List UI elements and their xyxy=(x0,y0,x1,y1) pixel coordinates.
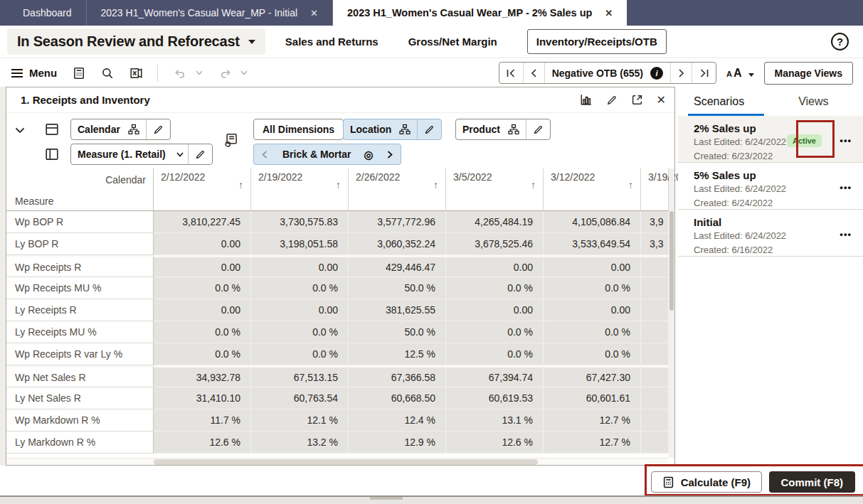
info-icon[interactable]: i xyxy=(650,67,663,80)
grid-cell[interactable]: 0.0 % xyxy=(154,321,251,343)
grid-cell[interactable]: 0.0 % xyxy=(154,343,251,365)
grid-cell[interactable]: 0.00 xyxy=(446,255,544,277)
grid-cell[interactable]: 13.1 % xyxy=(446,409,544,431)
sort-ascending-icon[interactable]: ↑ xyxy=(238,179,243,191)
grid-cell[interactable]: 12.7 % xyxy=(544,409,641,431)
grid-cell[interactable]: 12.4 % xyxy=(349,409,446,431)
grid-cell[interactable]: 13.2 % xyxy=(251,431,349,454)
grid-cell[interactable]: 0.00 xyxy=(154,233,251,255)
grid-cell[interactable]: 12.6 % xyxy=(446,431,544,454)
grid-cell[interactable]: 50.0 % xyxy=(349,277,446,299)
measure-row-label[interactable]: Wp Net Sales R xyxy=(6,365,154,387)
undo-options-chevron-icon[interactable] xyxy=(196,70,203,75)
measure-row-label[interactable]: Ly Markdown R % xyxy=(6,431,154,454)
measure-row-label[interactable]: Wp BOP R xyxy=(6,211,154,233)
grid-cell[interactable]: 0.0 % xyxy=(446,343,544,365)
measure-row-label[interactable]: Wp Markdown R % xyxy=(6,409,154,431)
tab-plan-initial[interactable]: 2023 H1_Women's Casual Wear_MP - Initial… xyxy=(86,0,334,26)
grid-cell[interactable]: 0.0 % xyxy=(251,277,349,299)
grid-cell[interactable]: 60,763.54 xyxy=(251,387,349,409)
grid-cell[interactable]: 3,533,649.54 xyxy=(544,233,641,255)
chart-icon[interactable] xyxy=(580,94,593,106)
tab-plan-2pct-sales-up[interactable]: 2023 H1_Women's Casual Wear_MP - 2% Sale… xyxy=(333,0,627,26)
grid-cell[interactable]: 4,105,086.84 xyxy=(544,211,641,233)
grid-cell[interactable]: 50.0 % xyxy=(349,321,446,343)
grid-cell[interactable]: 31,410.10 xyxy=(154,387,251,409)
excel-export-icon[interactable] xyxy=(129,67,143,80)
measure-row-label[interactable]: Wp Receipts MU % xyxy=(6,277,154,299)
grid-cell[interactable] xyxy=(641,431,669,454)
grid-cell[interactable]: 0.0 % xyxy=(544,343,641,365)
calculate-button[interactable]: Calculate (F9) xyxy=(651,471,762,493)
grid-cell[interactable] xyxy=(641,365,669,387)
grid-cell[interactable]: 67,394.74 xyxy=(446,365,544,387)
edit-view-icon[interactable] xyxy=(606,95,618,106)
next-alert-icon[interactable] xyxy=(671,63,692,83)
location-dimension-tile[interactable]: Location xyxy=(343,119,442,140)
grid-cell[interactable]: 11.7 % xyxy=(154,409,251,431)
grid-cell[interactable] xyxy=(641,299,669,321)
measure-row-label[interactable]: Ly Net Sales R xyxy=(6,387,154,409)
search-icon[interactable] xyxy=(101,67,114,80)
scenario-card-5pct-sales-up[interactable]: 5% Sales up Last Edited: 6/24/2022 Creat… xyxy=(678,163,863,210)
column-header-3-19-20[interactable]: 3/19/20 xyxy=(641,168,669,191)
edit-icon[interactable] xyxy=(418,119,441,139)
grid-cell[interactable]: 34,932.78 xyxy=(154,365,251,387)
grid-cell[interactable]: 3,060,352.24 xyxy=(349,233,446,255)
grid-cell[interactable]: 3,9 xyxy=(641,211,669,233)
grid-cell[interactable]: 0.0 % xyxy=(544,321,641,343)
next-slice-icon[interactable] xyxy=(379,144,401,164)
edit-icon[interactable] xyxy=(526,119,550,139)
first-alert-icon[interactable] xyxy=(499,63,524,83)
grid-cell[interactable]: 429,446.47 xyxy=(349,255,446,277)
tab-views[interactable]: Views xyxy=(798,95,828,108)
grid-cell[interactable]: 60,601.61 xyxy=(544,387,641,409)
calculate-icon[interactable] xyxy=(73,67,85,80)
grid-cell[interactable]: 0.0 % xyxy=(446,321,544,343)
tab-scenarios[interactable]: Scenarios xyxy=(694,95,744,108)
target-icon[interactable]: ◎ xyxy=(358,144,378,164)
grid-cell[interactable]: 0.00 xyxy=(544,299,641,321)
tab-sales-and-returns[interactable]: Sales and Returns xyxy=(285,36,378,48)
grid-cell[interactable] xyxy=(641,321,669,343)
measure-row-label[interactable]: Ly Receipts R xyxy=(6,299,154,321)
sort-ascending-icon[interactable]: ↑ xyxy=(433,179,438,191)
commit-button[interactable]: Commit (F8) xyxy=(769,471,856,493)
measure-row-label[interactable]: Wp Receipts R xyxy=(6,255,154,277)
grid-cell[interactable]: 60,619.53 xyxy=(446,387,544,409)
grid-cell[interactable]: 381,625.55 xyxy=(349,299,446,321)
close-icon[interactable]: ✕ xyxy=(605,8,613,18)
grid-cell[interactable]: 0.00 xyxy=(446,299,544,321)
grid-cell[interactable]: 3,678,525.46 xyxy=(446,233,544,255)
grid-cell[interactable] xyxy=(641,409,669,431)
last-alert-icon[interactable] xyxy=(692,63,716,83)
column-header-3-12-2022[interactable]: 3/12/2022↑ xyxy=(544,168,641,191)
grid-cell[interactable] xyxy=(641,277,669,299)
grid-vertical-scrollbar[interactable] xyxy=(669,168,674,458)
grid-cell[interactable] xyxy=(641,343,669,365)
help-icon[interactable]: ? xyxy=(831,33,849,50)
grid-cell[interactable]: 0.00 xyxy=(251,299,349,321)
manage-views-button[interactable]: Manage Views xyxy=(764,62,853,85)
grid-cell[interactable]: 0.0 % xyxy=(251,321,349,343)
grid-cell[interactable] xyxy=(641,387,669,409)
grid-cell[interactable]: 67,366.58 xyxy=(349,365,446,387)
close-icon[interactable]: ✕ xyxy=(310,8,318,18)
grid-horizontal-scrollbar[interactable] xyxy=(6,458,669,465)
grid-cell[interactable]: 3,577,772.96 xyxy=(349,211,446,233)
scenario-card-initial[interactable]: Initial Last Edited: 6/24/2022 Created: … xyxy=(678,210,863,257)
column-header-2-12-2022[interactable]: 2/12/2022↑ xyxy=(154,168,251,191)
grid-cell[interactable]: 67,513.15 xyxy=(251,365,349,387)
grid-cell[interactable]: 0.00 xyxy=(544,255,641,277)
grid-cell[interactable]: 0.0 % xyxy=(446,277,544,299)
grid-cell[interactable]: 0.00 xyxy=(154,299,251,321)
edit-icon[interactable] xyxy=(189,144,212,164)
grid-cell[interactable]: 3,198,051.58 xyxy=(251,233,349,255)
sort-ascending-icon[interactable]: ↑ xyxy=(531,179,536,191)
menu-button[interactable]: Menu xyxy=(11,67,57,79)
font-size-control[interactable]: A A xyxy=(726,67,754,80)
measure-row-label[interactable]: Wp Receipts R var Ly % xyxy=(6,343,154,365)
maximize-icon[interactable] xyxy=(631,94,643,106)
collapse-chevron-icon[interactable] xyxy=(15,127,25,134)
grid-cell[interactable]: 12.6 % xyxy=(154,431,251,454)
